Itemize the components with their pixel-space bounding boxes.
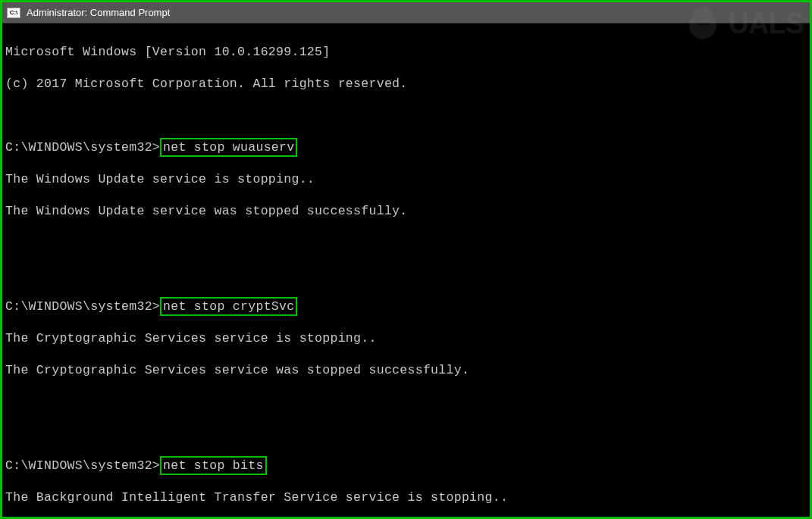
blank-line <box>5 235 807 251</box>
version-line: Microsoft Windows [Version 10.0.16299.12… <box>5 44 807 60</box>
blank-line <box>5 267 807 283</box>
screenshot-frame: C:\ Administrator: Command Prompt Micros… <box>0 0 812 519</box>
blank-line <box>5 108 807 123</box>
prompt: C:\WINDOWS\system32> <box>5 458 160 473</box>
svg-rect-2 <box>696 23 710 25</box>
output-line: The Background Intelligent Transfer Serv… <box>5 489 807 505</box>
highlighted-command-1: net stop wuauserv <box>160 138 297 157</box>
cmd-line-3: C:\WINDOWS\system32>net stop bits <box>5 458 807 474</box>
cmd-line-1: C:\WINDOWS\system32>net stop wuauserv <box>5 139 807 155</box>
watermark-logo: UALS <box>682 2 804 45</box>
prompt: C:\WINDOWS\system32> <box>5 299 160 314</box>
copyright-line: (c) 2017 Microsoft Corporation. All righ… <box>5 76 807 92</box>
window-title: Administrator: Command Prompt <box>27 7 170 18</box>
highlighted-command-2: net stop cryptSvc <box>160 297 297 316</box>
blank-line <box>5 394 807 410</box>
output-line: The Windows Update service was stopped s… <box>5 203 807 219</box>
output-line: The Cryptographic Services service was s… <box>5 362 807 378</box>
watermark-mascot-icon <box>682 2 724 45</box>
highlighted-command-3: net stop bits <box>160 456 267 475</box>
cmd-icon: C:\ <box>7 8 20 18</box>
terminal-output[interactable]: Microsoft Windows [Version 10.0.16299.12… <box>2 23 810 519</box>
cmd-line-2: C:\WINDOWS\system32>net stop cryptSvc <box>5 299 807 314</box>
watermark-text: UALS <box>729 8 804 40</box>
output-line: The Windows Update service is stopping.. <box>5 171 807 187</box>
output-line: The Cryptographic Services service is st… <box>5 330 807 346</box>
prompt: C:\WINDOWS\system32> <box>5 140 160 155</box>
svg-point-1 <box>693 7 712 19</box>
blank-line <box>5 426 807 442</box>
